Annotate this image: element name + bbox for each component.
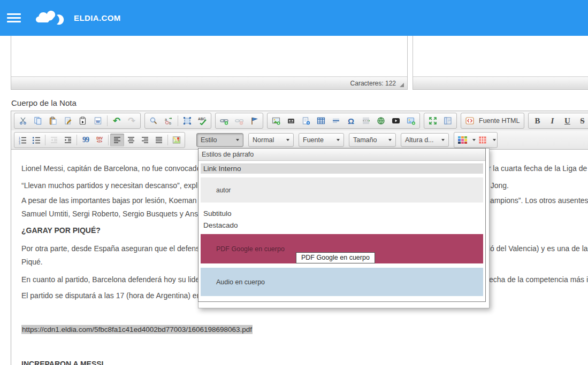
div-container-icon: DIV</> <box>96 137 103 143</box>
show-blocks-button[interactable] <box>440 114 455 127</box>
title-editor: Caracteres: 122 <box>11 36 408 90</box>
special-char-icon: Ω <box>348 117 354 125</box>
youtube-button[interactable] <box>388 114 403 127</box>
replace-icon: ab <box>164 117 173 125</box>
body-text-line-continuation: Champions”. Los otros ausentes s <box>480 196 588 205</box>
numbered-list-button[interactable]: 123 <box>16 134 29 146</box>
blockquote-button[interactable]: 99 <box>79 134 93 146</box>
copy-icon <box>34 117 42 125</box>
iframe-globe-button[interactable] <box>373 114 388 127</box>
bold-button[interactable]: B <box>530 114 545 127</box>
paste-button[interactable] <box>45 114 60 127</box>
spellcheck-button[interactable]: ABC <box>195 114 210 127</box>
title-editor-content[interactable] <box>11 36 407 76</box>
line-height-dropdown-button[interactable]: Altura d... <box>401 133 449 147</box>
show-blocks-icon <box>444 117 452 125</box>
toolbar-group: Ω <box>267 113 420 129</box>
size-dropdown-button[interactable]: Tamaño <box>349 133 396 147</box>
dropdown-caret-icon <box>493 139 496 141</box>
image-icon <box>272 117 280 125</box>
undo-button[interactable]: ↶ <box>109 114 124 127</box>
style-dropdown-label: Estilo <box>201 136 217 144</box>
svg-text:ABC: ABC <box>198 117 205 121</box>
outdent-button <box>47 134 61 146</box>
style-item-autor[interactable]: autor <box>201 177 483 203</box>
align-left-button[interactable] <box>110 134 124 146</box>
body-text-line-continuation: or la cuarta fecha de la Liga de C <box>484 164 588 173</box>
google-map-button[interactable] <box>170 134 184 146</box>
toolbar-group <box>424 113 457 129</box>
anchor-icon <box>250 117 258 125</box>
secondary-editor-content[interactable] <box>413 36 588 76</box>
image-button[interactable] <box>269 114 284 127</box>
italic-button[interactable]: I <box>545 114 560 127</box>
body-text-line: Lionel Messi, capitán de Barcelona, no f… <box>21 164 207 173</box>
table-button[interactable] <box>314 114 329 127</box>
menu-icon[interactable] <box>7 11 21 25</box>
resize-grip-icon[interactable] <box>400 83 404 87</box>
paste-text-button[interactable] <box>60 114 75 127</box>
strikethrough-button[interactable]: S <box>575 114 588 127</box>
styles-panel-list: Link InternoautorSubtituloDestacadoPDF G… <box>198 161 485 298</box>
selected-pdf-url[interactable]: https://cdn1.eldia.com/5fbc8fa1c41ed4002… <box>21 325 253 334</box>
paste-special-button[interactable] <box>75 114 90 127</box>
paste-word-button[interactable]: W <box>90 114 105 127</box>
style-item-subtitulo[interactable]: Subtitulo <box>201 209 483 218</box>
styles-dropdown-panel: Estilos de párrafo Link InternoautorSubt… <box>198 148 486 302</box>
media-embed-button[interactable] <box>403 114 418 127</box>
align-right-button[interactable] <box>138 134 152 146</box>
format-dropdown-button[interactable]: Normal <box>248 133 294 147</box>
toolbar-separator <box>107 115 108 126</box>
align-center-button[interactable] <box>124 134 138 146</box>
toolbar-group <box>215 113 263 129</box>
youtube-icon <box>392 117 400 125</box>
paste-special-icon <box>79 117 87 125</box>
indent-button[interactable] <box>61 134 75 146</box>
body-text-line: ¿GARAY POR PIQUÉ? <box>21 226 101 235</box>
app-header: ELDIA.COM <box>0 0 588 36</box>
toolbar-separator <box>108 135 109 145</box>
cut-button[interactable] <box>16 114 30 127</box>
format-dropdown-label: Normal <box>253 136 274 144</box>
char-count-label: Caracteres: 122 <box>350 80 396 87</box>
source-button[interactable] <box>462 114 477 127</box>
toolbar-group <box>454 132 498 148</box>
bulleted-list-button[interactable] <box>29 134 43 146</box>
audio-embed-button[interactable] <box>284 114 299 127</box>
replace-button[interactable]: ab <box>161 114 176 127</box>
page-break-button[interactable] <box>358 114 373 127</box>
maximize-button[interactable] <box>425 114 440 127</box>
link-button[interactable] <box>217 114 232 127</box>
bg-color-button[interactable] <box>476 134 490 146</box>
underline-icon: U <box>564 117 570 125</box>
style-item-link-interno[interactable]: Link Interno <box>201 164 483 174</box>
style-item-destacado[interactable]: Destacado <box>201 221 483 229</box>
align-justify-button[interactable] <box>152 134 166 146</box>
style-item-audio-en-cuerpo[interactable]: Audio en cuerpo <box>201 268 483 296</box>
toolbar-row-1: W↶↷abABCΩFuente HTMLBIUSX2 <box>11 111 588 130</box>
google-map-icon <box>172 136 181 144</box>
dropdown-caret-icon <box>236 139 239 141</box>
indent-icon <box>64 136 72 144</box>
align-right-icon <box>141 136 149 144</box>
find-button[interactable] <box>146 114 161 127</box>
copy-button[interactable] <box>30 114 45 127</box>
body-text-line: El partido se disputará a las 17 (hora d… <box>21 291 207 300</box>
anchor-button[interactable] <box>247 114 262 127</box>
page-plus-button[interactable] <box>299 114 314 127</box>
strikethrough-icon: S <box>580 117 584 125</box>
select-all-button[interactable] <box>180 114 195 127</box>
body-text-line: A pesar de las importantes bajas por les… <box>21 196 207 205</box>
audio-embed-icon <box>287 117 295 125</box>
horizontal-rule-button[interactable] <box>329 114 343 127</box>
line-height-dropdown-label: Altura d... <box>405 136 434 144</box>
font-dropdown-button[interactable]: Fuente <box>299 133 344 147</box>
underline-button[interactable]: U <box>560 114 575 127</box>
body-text-line: Samuel Umtiti, Sergi Roberto, Sergio Bus… <box>21 209 209 218</box>
svg-text:3: 3 <box>19 141 20 144</box>
div-container-button[interactable]: DIV</> <box>93 134 106 146</box>
style-dropdown-button[interactable]: Estilo <box>196 133 243 147</box>
text-color-button[interactable] <box>455 134 469 146</box>
special-char-button[interactable]: Ω <box>343 114 358 127</box>
app-window: ELDIA.COM Caracteres: 122 Cuerpo de la N… <box>0 0 588 365</box>
